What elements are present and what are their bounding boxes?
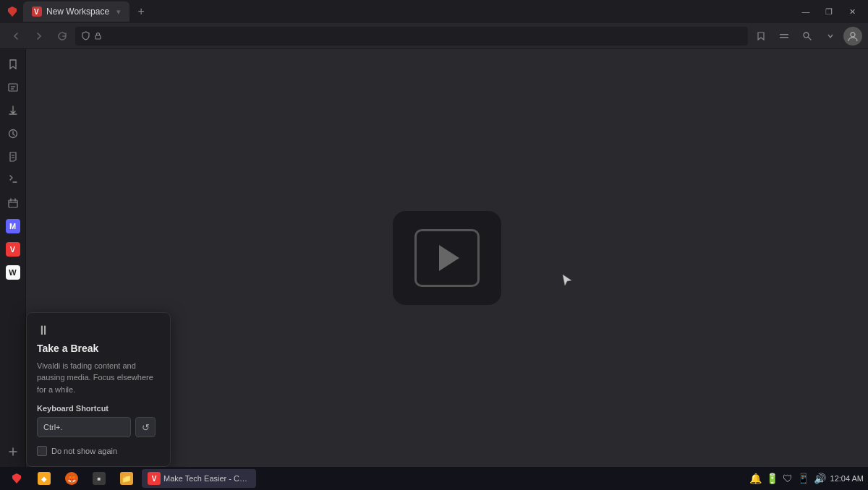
commands-icon (7, 174, 19, 186)
active-app-icon-text: V (152, 475, 157, 483)
sidebar-item-add-webpanel[interactable] (2, 441, 24, 463)
forward-button[interactable] (29, 26, 49, 46)
files-icon-text: ◆ (41, 475, 47, 483)
back-button[interactable] (6, 26, 26, 46)
calendar-icon (7, 197, 19, 209)
bookmark-icon (756, 31, 766, 41)
vivaldi-community-icon: V (6, 242, 20, 257)
taskbar-active-icon: V (148, 472, 161, 485)
taskbar-files-icon: ◆ (38, 472, 51, 485)
cursor (561, 273, 573, 288)
shortcut-reset-button[interactable]: ↺ (135, 417, 156, 437)
close-button[interactable]: ✕ (842, 4, 862, 19)
address-bar[interactable] (75, 27, 748, 46)
bookmarks-bar-toggle[interactable] (751, 26, 771, 46)
svg-rect-2 (95, 35, 101, 39)
lock-icon (93, 31, 103, 40)
folder-icon-text: 📁 (122, 474, 132, 483)
reload-icon (57, 31, 67, 41)
nav-right (751, 26, 862, 46)
popup-title: Take a Break (37, 343, 160, 354)
svg-line-6 (809, 37, 812, 40)
title-bar: V New Workspace ▾ + — ❐ ✕ (0, 0, 868, 23)
notes-icon (7, 151, 19, 163)
shield-icon (81, 31, 90, 40)
active-tab[interactable]: V New Workspace ▾ (23, 1, 129, 22)
tab-title: New Workspace (46, 7, 109, 17)
vivaldi-menu-button[interactable] (774, 26, 794, 46)
forward-icon (34, 31, 44, 41)
do-not-show-label: Do not show again (51, 447, 117, 455)
new-tab-button[interactable]: + (132, 3, 150, 20)
sidebar-item-commands[interactable] (2, 169, 24, 191)
taskbar-active-label: Make Tech Easier - Compu... (163, 474, 250, 483)
sidebar-item-wikipedia[interactable]: W (2, 262, 24, 283)
firefox-icon-text: 🦊 (67, 475, 76, 483)
avatar-icon (847, 30, 859, 42)
security-icon[interactable]: 🛡 (783, 473, 793, 484)
svg-rect-3 (780, 34, 788, 35)
shortcut-row: ↺ (37, 417, 160, 437)
taskbar-time: 12:04 AM (830, 474, 864, 483)
taskbar-active-app[interactable]: V Make Tech Easier - Compu... (142, 469, 256, 488)
search-button[interactable] (797, 26, 817, 46)
minimize-button[interactable]: — (796, 4, 816, 19)
taskbar-terminal-icon: ■ (93, 472, 106, 485)
taskbar-folder-icon: 📁 (120, 472, 133, 485)
bookmarks-icon (7, 59, 19, 70)
play-icon-container (414, 229, 480, 287)
taskbar-terminal[interactable]: ■ (87, 469, 111, 488)
tab-favicon: V (32, 7, 42, 17)
volume-icon[interactable]: 🔊 (814, 473, 826, 484)
sidebar-item-reading-list[interactable] (2, 77, 24, 98)
do-not-show-row: Do not show again (37, 446, 160, 456)
sidebar-item-history[interactable] (2, 123, 24, 145)
popup-description: Vivaldi is fading content and pausing me… (37, 360, 160, 396)
battery-icon[interactable]: 🔋 (766, 473, 778, 484)
downloads-icon (7, 105, 19, 116)
svg-text:V: V (34, 8, 39, 16)
sidebar-item-notes[interactable] (2, 146, 24, 168)
content-area: ⏸ Take a Break Vivaldi is fading content… (26, 49, 868, 467)
taskbar-folder[interactable]: 📁 (114, 469, 139, 488)
sidebar-item-calendar[interactable] (2, 192, 24, 214)
sidebar-item-mastodon[interactable]: M (2, 215, 24, 237)
restore-button[interactable]: ❐ (819, 4, 839, 19)
profile-avatar[interactable] (843, 27, 862, 46)
device-icon[interactable]: 📱 (797, 473, 809, 484)
sidebar-item-bookmarks[interactable] (2, 53, 24, 75)
wikipedia-icon: W (6, 265, 20, 280)
add-webpanel-icon (7, 446, 19, 457)
nav-bar (0, 23, 868, 49)
main-layout: M V W ⏸ Take a Break Vivaldi is fading c… (0, 49, 868, 467)
play-triangle (439, 245, 459, 271)
taskbar: ◆ 🦊 ■ 📁 V Make Tech Easier - Compu... 🔔 … (0, 467, 868, 490)
popup-icon: ⏸ (37, 323, 160, 338)
reading-list-icon (7, 82, 19, 93)
shortcut-input[interactable] (37, 417, 131, 437)
taskbar-firefox[interactable]: 🦊 (59, 469, 84, 488)
taskbar-right: 🔔 🔋 🛡 📱 🔊 12:04 AM (749, 473, 864, 484)
menu-dropdown-icon (779, 31, 789, 41)
sidebar-item-vivaldi[interactable]: V (2, 238, 24, 260)
svg-rect-15 (9, 200, 17, 207)
do-not-show-checkbox[interactable] (37, 446, 47, 456)
search-icon (802, 31, 812, 41)
svg-point-5 (804, 33, 809, 38)
chevron-down-icon (827, 33, 834, 40)
notification-icon[interactable]: 🔔 (749, 473, 762, 484)
svg-point-7 (851, 33, 855, 37)
reload-button[interactable] (52, 26, 72, 46)
search-dropdown[interactable] (820, 26, 841, 46)
video-placeholder (393, 211, 501, 305)
taskbar-files[interactable]: ◆ (32, 469, 56, 488)
taskbar-vivaldi[interactable] (4, 469, 29, 488)
tab-dropdown-icon[interactable]: ▾ (116, 7, 121, 17)
window-controls: — ❐ ✕ (796, 4, 862, 19)
tab-bar: V New Workspace ▾ + (23, 1, 791, 22)
svg-rect-4 (780, 37, 788, 38)
terminal-icon-text: ■ (98, 476, 101, 482)
sidebar-item-downloads[interactable] (2, 100, 24, 121)
mastodon-icon: M (6, 219, 20, 233)
back-icon (11, 31, 21, 41)
